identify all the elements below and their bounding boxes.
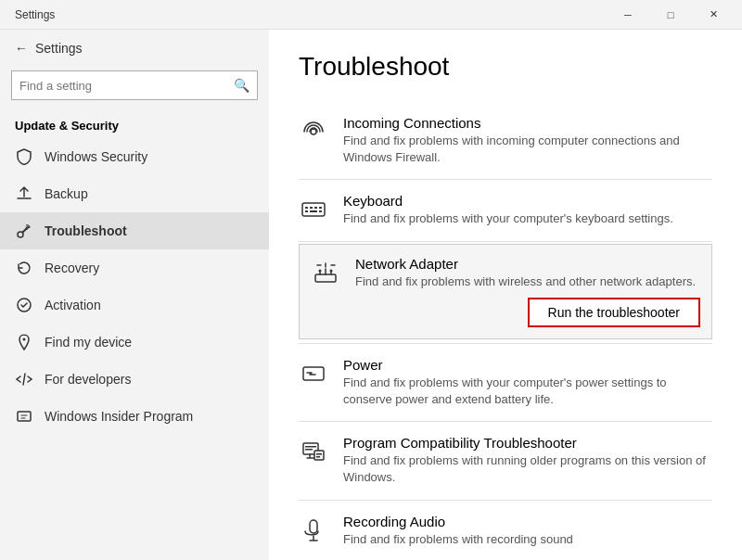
power-text: Power Find and fix problems with your co…	[343, 357, 712, 408]
svg-rect-5	[305, 207, 308, 209]
sidebar: ← Settings 🔍 Update & Security Windows S…	[0, 30, 269, 560]
incoming-connections-name: Incoming Connections	[343, 115, 712, 131]
window-controls: ─ □ ✕	[607, 0, 735, 30]
sidebar-label-troubleshoot: Troubleshoot	[45, 223, 127, 238]
insider-icon	[15, 407, 33, 426]
program-compatibility-desc: Find and fix problems with running older…	[343, 452, 712, 486]
sidebar-item-find-my-device[interactable]: Find my device	[0, 324, 269, 361]
divider-5	[299, 500, 712, 501]
sidebar-item-for-developers[interactable]: For developers	[0, 361, 269, 398]
svg-rect-7	[314, 207, 317, 209]
svg-rect-22	[310, 520, 317, 533]
network-adapter-icon	[311, 258, 340, 287]
page-title: Troubleshoot	[299, 52, 712, 82]
location-icon	[15, 333, 33, 351]
app-title: Settings	[15, 8, 55, 21]
svg-point-2	[23, 338, 26, 341]
sidebar-label-recovery: Recovery	[45, 261, 99, 275]
shield-icon	[15, 147, 33, 166]
program-compatibility-text: Program Compatibility Troubleshooter Fin…	[343, 435, 712, 486]
sidebar-label-activation: Activation	[45, 298, 101, 312]
maximize-button[interactable]: □	[649, 0, 692, 30]
search-icon: 🔍	[234, 78, 249, 93]
sidebar-label-for-developers: For developers	[45, 372, 131, 387]
sidebar-label-find-my-device: Find my device	[45, 335, 132, 350]
sidebar-item-windows-insider[interactable]: Windows Insider Program	[0, 398, 269, 435]
incoming-connections-text: Incoming Connections Find and fix proble…	[343, 115, 712, 166]
svg-rect-21	[316, 456, 320, 458]
close-button[interactable]: ✕	[692, 0, 735, 30]
svg-rect-18	[305, 449, 313, 451]
svg-rect-11	[319, 210, 322, 212]
svg-rect-19	[314, 451, 324, 460]
network-adapter-name: Network Adapter	[355, 256, 700, 272]
sidebar-item-windows-security[interactable]: Windows Security	[0, 138, 269, 175]
divider-3	[299, 343, 712, 344]
svg-rect-10	[310, 210, 317, 212]
back-button[interactable]: ← Settings	[0, 30, 269, 67]
trouble-item-program-compatibility: Program Compatibility Troubleshooter Fin…	[299, 424, 712, 497]
sidebar-item-activation[interactable]: Activation	[0, 286, 269, 324]
search-input[interactable]	[19, 79, 228, 93]
trouble-item-power: Power Find and fix problems with your co…	[299, 346, 712, 419]
trouble-item-network-adapter: Network Adapter Find and fix problems wi…	[299, 244, 712, 339]
divider-1	[299, 179, 712, 180]
svg-point-13	[319, 269, 322, 272]
divider-2	[299, 241, 712, 242]
power-name: Power	[343, 357, 712, 373]
trouble-item-recording-audio: Recording Audio Find and fix problems wi…	[299, 503, 712, 559]
sidebar-section-title: Update & Security	[0, 111, 269, 138]
trouble-item-incoming-connections: Incoming Connections Find and fix proble…	[299, 104, 712, 177]
sidebar-label-windows-insider: Windows Insider Program	[45, 409, 193, 424]
titlebar: Settings ─ □ ✕	[0, 0, 742, 30]
recording-audio-icon	[299, 515, 328, 545]
recording-audio-name: Recording Audio	[343, 514, 712, 529]
power-icon	[299, 359, 328, 388]
back-arrow-icon: ←	[15, 41, 28, 56]
svg-rect-15	[303, 367, 324, 380]
main-content: Troubleshoot Incoming Connections Find a…	[269, 30, 742, 560]
svg-rect-9	[305, 210, 308, 212]
activation-icon	[15, 296, 33, 314]
svg-rect-12	[315, 274, 336, 282]
incoming-connections-desc: Find and fix problems with incoming comp…	[343, 133, 712, 166]
svg-rect-8	[319, 207, 322, 209]
program-compatibility-icon	[299, 437, 328, 466]
network-adapter-desc: Find and fix problems with wireless and …	[355, 274, 700, 290]
svg-rect-6	[310, 207, 313, 209]
svg-rect-4	[302, 203, 325, 216]
sidebar-label-backup: Backup	[45, 186, 88, 201]
minimize-button[interactable]: ─	[607, 0, 649, 30]
keyboard-desc: Find and fix problems with your computer…	[343, 210, 712, 227]
recording-audio-text: Recording Audio Find and fix problems wi…	[343, 514, 712, 548]
sidebar-label-windows-security: Windows Security	[45, 149, 147, 164]
developers-icon	[15, 370, 33, 388]
keyboard-icon	[299, 195, 328, 224]
svg-rect-3	[18, 412, 31, 421]
svg-point-14	[330, 269, 333, 272]
sidebar-item-recovery[interactable]: Recovery	[0, 249, 269, 286]
trouble-item-keyboard: Keyboard Find and fix problems with your…	[299, 182, 712, 238]
sidebar-item-backup[interactable]: Backup	[0, 175, 269, 212]
keyboard-text: Keyboard Find and fix problems with your…	[343, 193, 712, 227]
svg-rect-17	[305, 446, 316, 448]
svg-rect-20	[316, 453, 322, 455]
run-btn-row: Run the troubleshooter	[355, 298, 700, 327]
back-label: Settings	[35, 41, 83, 56]
program-compatibility-name: Program Compatibility Troubleshooter	[343, 435, 712, 451]
recovery-icon	[15, 259, 33, 277]
recording-audio-desc: Find and fix problems with recording sou…	[343, 531, 712, 548]
power-desc: Find and fix problems with your computer…	[343, 375, 712, 408]
sidebar-item-troubleshoot[interactable]: Troubleshoot	[0, 212, 269, 249]
network-adapter-text: Network Adapter Find and fix problems wi…	[355, 256, 700, 327]
run-troubleshooter-button[interactable]: Run the troubleshooter	[528, 298, 700, 327]
divider-4	[299, 421, 712, 422]
keyboard-name: Keyboard	[343, 193, 712, 209]
incoming-connections-icon	[299, 117, 328, 146]
search-box[interactable]: 🔍	[11, 70, 258, 100]
app-body: ← Settings 🔍 Update & Security Windows S…	[0, 30, 742, 560]
wrench-icon	[15, 222, 33, 240]
upload-icon	[15, 185, 33, 203]
